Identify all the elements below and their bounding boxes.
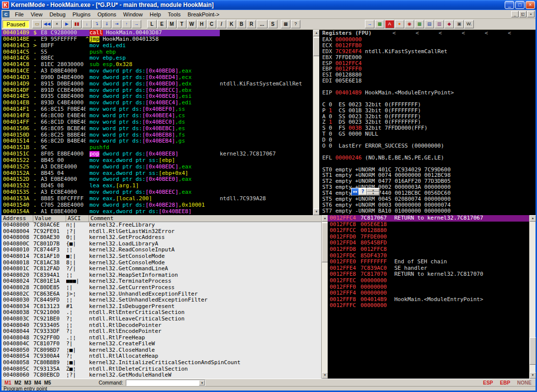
disasm-row[interactable]: 0040150D.66:8C25 B8BE4000mov word ptr ds… bbox=[1, 132, 313, 139]
dump-row[interactable]: 004080087C80AE300¦|kernel32.GetProcAddre… bbox=[1, 235, 321, 241]
register-line[interactable]: EBX 7FFDE000 bbox=[319, 55, 536, 61]
stack-row[interactable]: 0012FFE47C839AC0SE handler bbox=[328, 265, 529, 272]
dump-row[interactable]: 004080007C80AC6En¦|kernel32.FreeLibrary bbox=[1, 222, 321, 229]
spin-down-icon[interactable]: ▼ bbox=[367, 192, 379, 195]
register-line[interactable]: EDX 7C92E4F4 ntdll.KiFastSystemCallRet bbox=[319, 49, 536, 55]
register-line[interactable]: ST5 empty +UNORM 0045 02080074 00000000 bbox=[319, 196, 536, 202]
toolbar-letter-h[interactable]: H bbox=[197, 20, 206, 28]
dump-row[interactable]: 0040802C7C863E6Aj>¦kernel32.UnhandledExc… bbox=[1, 291, 321, 298]
register-line[interactable] bbox=[319, 84, 536, 90]
disasm-row[interactable]: 004014C8.81EC 28030000sub esp,0x328 bbox=[1, 62, 313, 68]
disasm-row[interactable]: 004014CE.A3 D8BE4000mov dword ptr ds:[0x… bbox=[1, 68, 313, 75]
disasm-row[interactable]: 004014B9$E8 C9280000call HookMain.00403D… bbox=[1, 30, 313, 36]
register-line[interactable]: EDI 005E6E18 bbox=[319, 78, 536, 84]
menu-item-view[interactable]: View bbox=[27, 11, 46, 18]
register-line[interactable]: P 1 CS 001B 32bit 0(FFFFFFFF) bbox=[319, 108, 536, 114]
disasm-row[interactable]: 00401540.C705 28BE4000 01000100mov dword… bbox=[1, 202, 313, 209]
toolbar-letter-s[interactable]: S bbox=[268, 20, 277, 28]
register-line[interactable]: Z 1 DS 0023 32bit 0(FFFFFFFF) bbox=[319, 119, 536, 125]
menu-item-window[interactable]: Window bbox=[120, 11, 146, 18]
spin-up-icon[interactable]: ▲ bbox=[367, 188, 379, 192]
register-line[interactable]: T 0 GS 0000 NULL bbox=[319, 131, 536, 137]
register-line[interactable]: EIP 004014B9 HookMain.<ModuleEntryPoint> bbox=[319, 90, 536, 96]
dump-row[interactable]: 0040800C7C801D7B{■|kernel32.LoadLibraryA bbox=[1, 241, 321, 247]
plugin-dark-button[interactable]: ▣ bbox=[454, 20, 464, 28]
dump-row[interactable]: 004080447C9333DF?¦ntdll.RtlEncodePointer bbox=[1, 328, 321, 335]
dump-row[interactable]: 004080547C9300A4?¦ntdll.RtlAllocateHeap bbox=[1, 353, 321, 360]
disasm-row[interactable]: 00401532.8D45 08lea eax,[arg.1] bbox=[1, 183, 313, 189]
stack-row[interactable]: 0012FFF400000000 bbox=[328, 290, 529, 297]
plugin-diamond-button[interactable]: ◆ bbox=[445, 20, 454, 28]
scroll-down-icon[interactable]: ▼ bbox=[530, 372, 536, 379]
mini-help-button[interactable]: ? bbox=[358, 188, 367, 195]
disasm-row[interactable]: 00401525.A3 DCBE4000mov dword ptr ds:[0x… bbox=[1, 164, 313, 170]
disasm-row[interactable]: 004014D3.890D D4BE4000mov dword ptr ds:[… bbox=[1, 75, 313, 81]
disasm-row[interactable]: 004014F1.66:8C15 F0BE4000mov word ptr ds… bbox=[1, 106, 313, 113]
toolbar-letter-t[interactable]: T bbox=[177, 20, 186, 28]
mdi-close-button[interactable]: × bbox=[527, 11, 535, 17]
plugin-a-button[interactable]: A bbox=[385, 20, 394, 28]
until-return-button[interactable]: ↑ bbox=[122, 20, 131, 28]
mark-label-m2[interactable]: M2 bbox=[14, 380, 21, 386]
dump-scrollbar[interactable]: ▲ ▼ bbox=[321, 215, 328, 379]
toolbar-letter-b[interactable]: B bbox=[237, 20, 246, 28]
register-line[interactable]: A 0 SS 0023 32bit 0(FFFFFFFF) bbox=[319, 114, 536, 120]
register-line[interactable]: ST2 empty +UNORM 0477 016AFF20 77D3DB05 bbox=[319, 178, 536, 184]
command-combobox[interactable]: ▼ bbox=[126, 380, 205, 386]
help-button[interactable]: ? bbox=[291, 20, 300, 28]
register-line[interactable] bbox=[319, 161, 536, 167]
stack-row[interactable]: 0012FFFC00000000 bbox=[328, 303, 529, 309]
windows-list-button[interactable]: ▦ bbox=[281, 20, 290, 28]
disasm-row[interactable]: 004014C5.55push ebp bbox=[1, 49, 313, 56]
stack-row[interactable]: 0012FFC47C817067RETURN to kernel32.7C817… bbox=[328, 215, 529, 222]
disasm-row[interactable]: 004014EB.893D C4BE4000mov dword ptr ds:[… bbox=[1, 100, 313, 106]
disasm-row[interactable]: 004014E5.8935 C8BE4000mov dword ptr ds:[… bbox=[1, 93, 313, 100]
dump-row[interactable]: 0040803C7C921BE0?¦ntdll.RtlLeaveCritical… bbox=[1, 316, 321, 322]
dump-row[interactable]: 004080287C80DE85¦|kernel32.GetCurrentPro… bbox=[1, 285, 321, 291]
dump-row[interactable]: 004080047C92FE01¦?|ntdll.RtlGetLastWin32… bbox=[1, 229, 321, 235]
stack-row[interactable]: 0012FFF8004014B9HookMain.<ModuleEntryPoi… bbox=[328, 297, 529, 303]
register-line[interactable]: ST7 empty -UNORM BA10 01000000 00000000 bbox=[319, 208, 536, 214]
command-input[interactable] bbox=[126, 380, 199, 386]
mark-label-m1[interactable]: M1 bbox=[4, 380, 11, 386]
dump-row[interactable]: 004080607C80EBCD¦?|kernel32.GetModuleHan… bbox=[1, 372, 321, 379]
register-line[interactable]: C 0 ES 0023 32bit 0(FFFFFFFF) bbox=[319, 102, 536, 108]
menu-item-options[interactable]: Options bbox=[94, 11, 120, 18]
plugin-green-grid2-button[interactable]: ▦ bbox=[415, 20, 424, 28]
disasm-row[interactable]: 0040154A.A1 E8BE4000mov eax,dword ptr ds… bbox=[1, 209, 313, 215]
dump-row[interactable]: 004080107C8744F3¦¦kernel32.ReadConsoleIn… bbox=[1, 247, 321, 253]
register-line[interactable]: ST0 empty +UNORM 401C 7C934029 7C99D600 bbox=[319, 167, 536, 173]
menu-item-breakpoint[interactable]: BreakPoint-> bbox=[184, 11, 223, 18]
dump-row[interactable]: 004080587C80B8B9¦■|kernel32.InitializeCr… bbox=[1, 360, 321, 366]
disasm-row[interactable]: 0040151C.8F05 E8BE4000pop dword ptr ds:[… bbox=[1, 151, 313, 157]
scroll-up-icon[interactable]: ▲ bbox=[530, 215, 536, 222]
mini-toolbar-grip[interactable]: ▪▪ bbox=[352, 188, 358, 195]
disasm-row[interactable]: 00401506.66:8C05 BCBE4000mov word ptr ds… bbox=[1, 126, 313, 132]
disasm-row[interactable]: 00401522.8B45 00mov eax,dword ptr ss:[eb… bbox=[1, 157, 313, 164]
disasm-row[interactable]: 00401535.A3 ECBE4000mov dword ptr ds:[0x… bbox=[1, 189, 313, 196]
mdi-minimize-button[interactable]: _ bbox=[511, 11, 519, 17]
menu-item-debug[interactable]: Debug bbox=[46, 11, 69, 18]
disasm-row[interactable]: 0040153A.8B85 E0FCFFFFmov eax,[local.200… bbox=[1, 196, 313, 202]
mark-label-m5[interactable]: M5 bbox=[44, 380, 51, 386]
disasm-row[interactable]: 004014BE.E9 95FEFFFF^jmp HookMain.004013… bbox=[1, 36, 313, 43]
step-over-button[interactable]: ↴ bbox=[92, 20, 101, 28]
register-line[interactable]: ST1 empty +UNORM 0074 00000000 0012BC98 bbox=[319, 172, 536, 178]
stack-row[interactable]: 0012FFD07FFDE000 bbox=[328, 234, 529, 240]
stack-row[interactable]: 0012FFEC00000000 bbox=[328, 278, 529, 284]
toolbar-letter-l[interactable]: L bbox=[147, 20, 157, 28]
dump-row[interactable]: 004080187C81AC388¦|kernel32.GetConsoleMo… bbox=[1, 260, 321, 266]
dump-row[interactable]: 0040805C7C93135AZ■¦ntdll.RtlDeleteCritic… bbox=[1, 366, 321, 373]
toolbar-letter-k[interactable]: K bbox=[227, 20, 236, 28]
dump-row[interactable]: 004080147C81AF10■¦|kernel32.SetConsoleMo… bbox=[1, 253, 321, 260]
register-line[interactable] bbox=[319, 149, 536, 155]
dump-row[interactable]: 0040804C7C8107F0?|kernel32.CreateFileW bbox=[1, 341, 321, 347]
disasm-row[interactable]: 004014C3>8BFFmov edi,edi bbox=[1, 43, 313, 49]
menu-item-tools[interactable]: Tools bbox=[165, 11, 184, 18]
close-program-button[interactable]: × bbox=[52, 20, 62, 28]
stack-row[interactable]: 0012FFC8005E6E18 bbox=[328, 222, 529, 228]
toolbar-letter-e[interactable]: E bbox=[157, 20, 167, 28]
menu-item-plugins[interactable]: Plugins bbox=[69, 11, 94, 18]
stack-row[interactable]: 0012FFE87C817070RETURN to kernel32.7C817… bbox=[328, 271, 529, 278]
plugin-orange-dot-button[interactable]: ● bbox=[395, 20, 404, 28]
